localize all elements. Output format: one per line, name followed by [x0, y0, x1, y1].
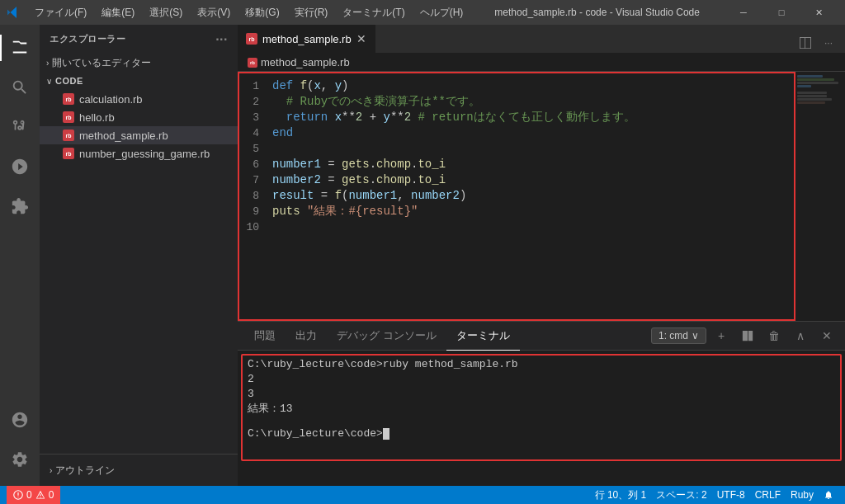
- menu-terminal[interactable]: ターミナル(T): [336, 4, 411, 21]
- status-position[interactable]: 行 10、列 1: [590, 486, 652, 504]
- activity-bottom: [0, 400, 40, 486]
- tab-label: method_sample.rb: [262, 33, 352, 45]
- line-content-5: [272, 141, 779, 157]
- activity-search[interactable]: [0, 68, 40, 107]
- menu-select[interactable]: 選択(S): [143, 4, 189, 21]
- activity-account[interactable]: [0, 400, 40, 440]
- error-count: 0: [26, 489, 32, 501]
- ruby-file-icon-tab: rb: [246, 33, 257, 45]
- outline-label: アウトライン: [55, 464, 115, 478]
- titlebar-left: ファイル(F) 編集(E) 選択(S) 表示(V) 移動(G) 実行(R) ター…: [7, 4, 470, 21]
- sidebar-code-section[interactable]: ∨ CODE: [40, 72, 238, 90]
- status-right: 行 10、列 1 スペース: 2 UTF-8 CRLF Ruby: [590, 486, 838, 504]
- sidebar-item-number-guessing[interactable]: rb number_guessing_game.rb: [40, 144, 238, 163]
- terminal-content[interactable]: C:\ruby_lecture\code>ruby method_sample.…: [238, 351, 845, 486]
- code-section-label: CODE: [55, 76, 83, 86]
- line-content-8: result = f(number1, number2): [272, 188, 779, 204]
- status-errors[interactable]: 0 0: [7, 486, 60, 504]
- tab-debug-console[interactable]: デバッグ コンソール: [327, 322, 446, 351]
- line-content-4: end: [272, 125, 779, 141]
- status-bell[interactable]: [819, 486, 838, 504]
- sidebar-item-calculation[interactable]: rb calculation.rb: [40, 90, 238, 108]
- panel-tabs: 問題 出力 デバッグ コンソール ターミナル 1: cmd ∨ + 🗑 ∧ ✕: [238, 322, 845, 351]
- code-line-6: 6 number1 = gets.chomp.to_i: [238, 157, 795, 172]
- maximize-button[interactable]: □: [762, 0, 800, 25]
- terminal-output-1: 2: [248, 372, 835, 387]
- file-name-hello: hello.rb: [79, 111, 115, 124]
- main-layout: エクスプローラー ··· › 開いているエディター ∨ CODE rb calc…: [0, 25, 845, 486]
- line-num-7: 7: [238, 172, 272, 188]
- chevron-right-icon-outline: ›: [50, 466, 52, 475]
- sidebar-more-icon[interactable]: ···: [215, 32, 228, 47]
- minimap-line: [797, 101, 825, 104]
- minimap-line: [797, 92, 827, 94]
- sidebar-outline[interactable]: › アウトライン: [40, 454, 238, 486]
- line-content-10: [272, 219, 779, 235]
- menu-run[interactable]: 実行(R): [288, 4, 335, 21]
- minimap-line: [797, 85, 811, 87]
- tab-terminal[interactable]: ターミナル: [446, 322, 520, 351]
- code-line-3: 3 return x**2 + y**2 # returnはなくても正しく動作し…: [238, 110, 795, 125]
- activity-debug[interactable]: [0, 147, 40, 186]
- tab-output[interactable]: 出力: [286, 322, 327, 351]
- line-content-7: number2 = gets.chomp.to_i: [272, 172, 779, 188]
- menu-view[interactable]: 表示(V): [191, 4, 237, 21]
- editor-area: rb method_sample.rb ✕ ··· rb method_samp…: [238, 25, 845, 486]
- titlebar-menu: ファイル(F) 編集(E) 選択(S) 表示(V) 移動(G) 実行(R) ター…: [28, 4, 470, 21]
- close-button[interactable]: ✕: [800, 0, 838, 25]
- menu-help[interactable]: ヘルプ(H): [413, 4, 470, 21]
- terminal-dropdown[interactable]: 1: cmd ∨: [651, 327, 706, 344]
- maximize-panel-button[interactable]: ∧: [789, 324, 812, 347]
- tab-close-button[interactable]: ✕: [356, 32, 366, 45]
- split-terminal-button[interactable]: [736, 324, 759, 347]
- ruby-file-icon: rb: [63, 148, 74, 159]
- ruby-file-icon: rb: [63, 130, 74, 141]
- status-language[interactable]: Ruby: [786, 486, 819, 504]
- activity-source-control[interactable]: [0, 107, 40, 147]
- split-editor-button[interactable]: [795, 33, 815, 53]
- menu-go[interactable]: 移動(G): [238, 4, 286, 21]
- warning-count: 0: [49, 489, 54, 501]
- activity-bar: [0, 25, 40, 486]
- code-editor[interactable]: 1 def f(x, y) 2 # Rubyでのべき乗演算子は**です。 3 r…: [238, 72, 795, 321]
- more-actions-button[interactable]: ···: [819, 33, 838, 53]
- minimap-line: [797, 78, 834, 81]
- code-area: 1 def f(x, y) 2 # Rubyでのべき乗演算子は**です。 3 r…: [238, 72, 845, 321]
- breadcrumb: rb method_sample.rb: [238, 54, 845, 72]
- bottom-panel: 問題 出力 デバッグ コンソール ターミナル 1: cmd ∨ + 🗑 ∧ ✕: [238, 321, 845, 486]
- breadcrumb-text: method_sample.rb: [261, 56, 350, 68]
- menu-file[interactable]: ファイル(F): [28, 4, 93, 21]
- breadcrumb-icon: rb: [248, 58, 257, 68]
- file-name-method-sample: method_sample.rb: [79, 130, 168, 142]
- line-content-9: puts "結果：#{result}": [272, 204, 779, 219]
- activity-explorer[interactable]: [0, 28, 40, 68]
- line-num-4: 4: [238, 125, 272, 141]
- panel-actions: 1: cmd ∨ + 🗑 ∧ ✕: [651, 324, 838, 347]
- tab-problems[interactable]: 問題: [244, 322, 286, 351]
- status-bar: 0 0 行 10、列 1 スペース: 2 UTF-8 CRLF Ruby: [0, 486, 845, 504]
- file-name-calculation: calculation.rb: [79, 93, 143, 106]
- status-encoding[interactable]: UTF-8: [712, 486, 750, 504]
- activity-extensions[interactable]: [0, 186, 40, 226]
- outline-section[interactable]: › アウトライン: [46, 461, 231, 479]
- add-terminal-button[interactable]: +: [710, 324, 733, 347]
- terminal-command-line: C:\ruby_lecture\code>ruby method_sample.…: [248, 357, 835, 372]
- kill-terminal-button[interactable]: 🗑: [762, 324, 786, 347]
- close-panel-button[interactable]: ✕: [815, 324, 838, 347]
- status-line-ending[interactable]: CRLF: [750, 486, 786, 504]
- menu-edit[interactable]: 編集(E): [95, 4, 141, 21]
- sidebar-open-editors[interactable]: › 開いているエディター: [40, 54, 238, 72]
- code-line-4: 4 end: [238, 125, 795, 141]
- sidebar-item-hello[interactable]: rb hello.rb: [40, 108, 238, 126]
- status-spaces[interactable]: スペース: 2: [651, 486, 711, 504]
- sidebar-item-method-sample[interactable]: rb method_sample.rb: [40, 126, 238, 144]
- line-num-1: 1: [238, 78, 272, 94]
- sidebar-title: エクスプローラー: [50, 33, 125, 45]
- tab-method-sample[interactable]: rb method_sample.rb ✕: [238, 25, 375, 53]
- activity-settings[interactable]: [0, 440, 40, 479]
- line-content-1: def f(x, y): [272, 78, 779, 94]
- terminal-cursor: [383, 428, 389, 440]
- minimize-button[interactable]: ─: [725, 0, 762, 25]
- error-icon: [13, 490, 23, 500]
- minimap-line: [797, 75, 823, 78]
